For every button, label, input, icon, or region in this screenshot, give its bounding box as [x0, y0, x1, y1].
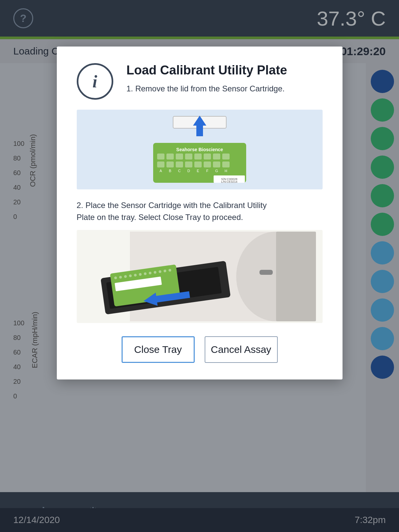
svg-rect-11: [222, 154, 230, 160]
modal-step1: 1. Remove the lid from the Sensor Cartri…: [127, 83, 323, 95]
modal-buttons: Close Tray Cancel Assay: [77, 336, 323, 363]
svg-rect-52: [276, 232, 316, 321]
svg-rect-17: [204, 161, 211, 167]
close-tray-button[interactable]: Close Tray: [122, 336, 195, 363]
modal-overlay: i Load Calibrant Utility Plate 1. Remove…: [0, 0, 399, 532]
svg-text:C: C: [178, 169, 181, 173]
modal-header: i Load Calibrant Utility Plate 1. Remove…: [77, 63, 323, 100]
svg-text:H: H: [225, 169, 227, 173]
tray-svg: [83, 232, 316, 321]
step1-illustration: Seahorse Bioscience: [77, 110, 323, 189]
svg-rect-10: [213, 154, 220, 160]
svg-rect-51: [259, 270, 273, 275]
cancel-assay-button[interactable]: Cancel Assay: [205, 336, 278, 363]
svg-text:B: B: [169, 169, 171, 173]
modal-title-section: Load Calibrant Utility Plate 1. Remove t…: [127, 63, 323, 95]
svg-text:F: F: [206, 169, 208, 173]
modal-step2: 2. Place the Sensor Cartridge with the C…: [77, 199, 323, 223]
step2-illustration: [77, 230, 323, 323]
cartridge-lid-svg: Seahorse Bioscience: [133, 113, 266, 186]
modal-dialog: i Load Calibrant Utility Plate 1. Remove…: [57, 47, 343, 379]
svg-rect-6: [176, 154, 183, 160]
modal-title: Load Calibrant Utility Plate: [127, 63, 323, 77]
svg-rect-7: [185, 154, 192, 160]
svg-rect-13: [166, 161, 174, 167]
info-icon: i: [77, 63, 113, 100]
svg-text:L/N:CE3214: L/N:CE3214: [221, 180, 237, 183]
svg-rect-5: [166, 154, 174, 160]
svg-text:G: G: [215, 169, 218, 173]
svg-rect-8: [194, 154, 202, 160]
svg-rect-12: [157, 161, 164, 167]
svg-text:A: A: [159, 169, 162, 173]
svg-text:D: D: [187, 169, 190, 173]
svg-text:E: E: [197, 169, 199, 173]
svg-rect-9: [204, 154, 211, 160]
svg-text:Seahorse Bioscience: Seahorse Bioscience: [176, 147, 223, 152]
svg-rect-4: [157, 154, 164, 160]
svg-rect-19: [222, 161, 230, 167]
svg-rect-15: [185, 161, 192, 167]
svg-rect-18: [213, 161, 220, 167]
svg-rect-14: [176, 161, 183, 167]
svg-rect-16: [194, 161, 202, 167]
